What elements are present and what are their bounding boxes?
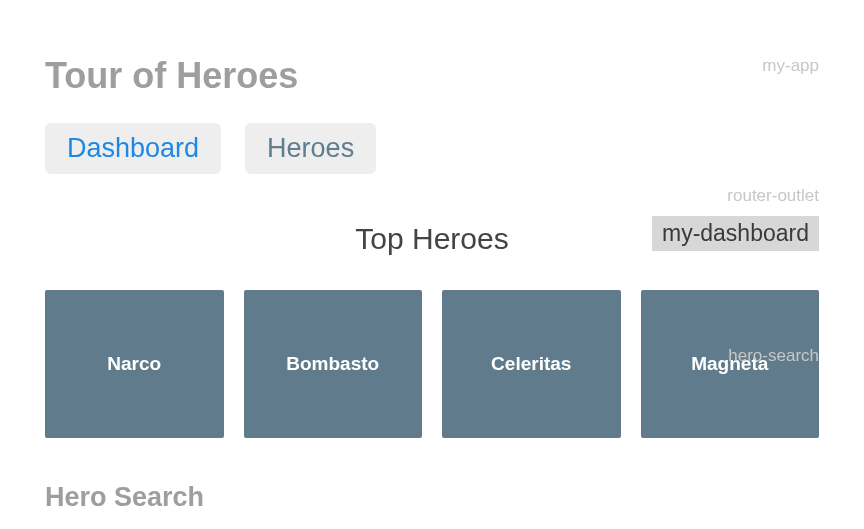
nav-heroes[interactable]: Heroes <box>245 123 376 174</box>
hero-card[interactable]: Narco <box>45 290 224 438</box>
dev-label-my-dashboard: my-dashboard <box>652 216 819 251</box>
main-nav: Dashboard Heroes <box>45 123 819 174</box>
dev-label-router-outlet: router-outlet <box>727 186 819 206</box>
dev-label-hero-search: hero-search <box>728 346 819 366</box>
dev-label-my-app: my-app <box>762 56 819 76</box>
hero-card[interactable]: Celeritas <box>442 290 621 438</box>
hero-search-heading: Hero Search <box>45 482 819 513</box>
hero-card[interactable]: Bombasto <box>244 290 423 438</box>
nav-dashboard[interactable]: Dashboard <box>45 123 221 174</box>
app-title: Tour of Heroes <box>45 55 819 97</box>
hero-grid: Narco Bombasto Celeritas Magneta <box>45 290 819 438</box>
